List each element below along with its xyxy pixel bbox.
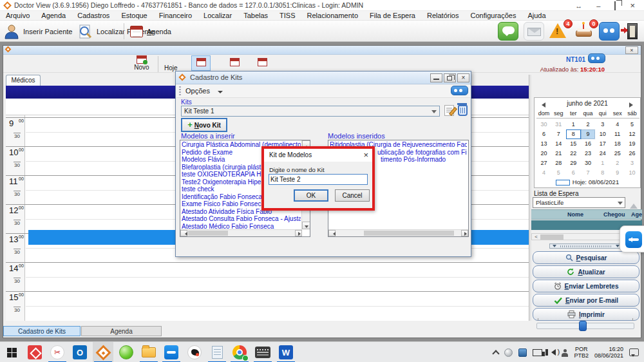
kits-minimize-button[interactable] (430, 73, 442, 82)
exit-button[interactable] (621, 22, 641, 41)
calendar-day[interactable]: 4 (610, 120, 625, 129)
calendar-day[interactable]: 6 (536, 129, 551, 139)
mail-button[interactable] (524, 22, 544, 41)
minimize-button[interactable]: – (596, 2, 600, 10)
calendar-day[interactable]: 4 (536, 168, 551, 178)
restore-button[interactable] (614, 2, 616, 10)
novo-kit-button[interactable]: +Novo Kit (182, 119, 227, 131)
calendar-day[interactable]: 24 (595, 149, 610, 158)
tab-agenda[interactable]: Agenda (81, 326, 162, 336)
calendar-next-icon[interactable] (629, 102, 636, 108)
agenda-window-close-button[interactable]: × (625, 46, 638, 54)
language-indicator[interactable]: PORPTB2 (574, 346, 589, 359)
col-chegou[interactable]: Chegou (603, 211, 625, 218)
atualizar-button[interactable]: Atualizar (533, 265, 639, 278)
calendar-day[interactable]: 9 (581, 129, 596, 139)
kits-close-button[interactable]: × (457, 73, 469, 82)
calendar-day[interactable]: 5 (625, 120, 639, 129)
week-view-button[interactable] (230, 58, 240, 66)
calendar-day[interactable]: 2 (581, 120, 596, 129)
calendar-day[interactable]: 20 (536, 149, 551, 158)
calendar-day[interactable]: 11 (610, 129, 625, 139)
calendar-day[interactable]: 7 (581, 168, 596, 178)
taskbar-explorer[interactable] (138, 342, 159, 362)
network-icon[interactable] (533, 349, 542, 356)
calendar-day[interactable]: 19 (625, 139, 639, 149)
enviar-email-button[interactable]: Enviar por E-mail (533, 294, 639, 307)
calendar-prev-icon[interactable] (539, 102, 545, 108)
enviar-lembretes-button[interactable]: Enviar Lembretes (533, 280, 639, 292)
calendar-day[interactable]: 12 (625, 129, 639, 139)
collapse-up-icon[interactable] (630, 200, 638, 209)
scroll-thumb[interactable] (540, 234, 564, 240)
scroll-left-button[interactable] (180, 230, 187, 236)
calendar-day[interactable]: 8 (566, 129, 581, 139)
calendar-day[interactable]: 31 (551, 120, 566, 129)
agenda-button[interactable]: Agenda (130, 23, 171, 40)
taskbar-bird-app[interactable] (184, 342, 205, 362)
calendar-day[interactable]: 7 (551, 129, 566, 139)
kit-name-input[interactable] (269, 174, 368, 185)
opcoes-menu[interactable]: Opções (185, 87, 210, 95)
kit-select[interactable]: Kit Teste 1 (181, 106, 440, 117)
calendar-day[interactable]: 28 (551, 158, 566, 168)
delete-kit-icon[interactable] (458, 105, 468, 116)
schedule-hour-slot[interactable]: 14 00 30 (6, 262, 529, 291)
scroll-left-icon[interactable]: < (533, 234, 540, 240)
calendar-day[interactable]: 3 (625, 158, 639, 168)
calendar-day[interactable]: 3 (595, 120, 610, 129)
waiting-list-select[interactable]: PlasticLife (533, 197, 625, 208)
calendar-day[interactable]: 21 (551, 149, 566, 158)
insert-patient-button[interactable]: Inserir Paciente (4, 23, 72, 40)
alerts-button[interactable]: 4 (548, 22, 569, 41)
calendar-today-row[interactable]: Hoje: 08/06/2021 (535, 178, 640, 186)
menu-item[interactable]: TISS (274, 12, 301, 19)
calendar-day[interactable]: 26 (625, 149, 639, 158)
calendar-day[interactable]: 8 (595, 168, 610, 178)
list-hscrollbar[interactable] (328, 229, 468, 236)
scroll-down-button[interactable] (302, 222, 310, 229)
menu-item[interactable]: Estoque (115, 12, 153, 19)
calendar-day[interactable]: 10 (595, 129, 610, 139)
imprimir-button[interactable]: Imprimir (533, 308, 639, 321)
scroll-thumb[interactable] (364, 231, 454, 236)
modelo-item[interactable]: Atestado Médico Fabio Fonseca (182, 223, 301, 230)
scroll-right-button[interactable] (461, 230, 468, 236)
taskbar-remote-app[interactable] (24, 342, 45, 362)
tab-medicos[interactable]: Médicos (6, 75, 41, 86)
month-view-button[interactable] (258, 58, 267, 66)
menu-item[interactable]: Arquivo (0, 12, 35, 19)
calendar-day[interactable]: 25 (610, 149, 625, 158)
scroll-left-button[interactable] (328, 230, 336, 236)
speaker-icon[interactable] (548, 349, 556, 356)
taskbar-chrome[interactable] (229, 342, 250, 362)
calendar-day[interactable]: 17 (595, 139, 610, 149)
tray-person-icon[interactable] (562, 353, 568, 357)
calendar-day[interactable]: 14 (551, 139, 566, 149)
tab-cadastro-de-kits[interactable]: Cadastro de Kits (3, 326, 80, 336)
teamviewer-widget[interactable] (620, 225, 644, 252)
kit-modal-close-button[interactable]: × (363, 150, 368, 160)
tray-expand-icon[interactable] (493, 350, 500, 357)
menu-item[interactable]: Relacionamento (301, 12, 365, 19)
menu-item[interactable]: Relatórios (421, 12, 465, 19)
contacts-chat-button[interactable] (599, 22, 620, 41)
panel-collapse-splitter[interactable] (549, 243, 623, 249)
taskbar-teamviewer[interactable] (161, 342, 182, 362)
calendar-day[interactable]: 30 (581, 158, 596, 168)
calendar-day[interactable]: 5 (551, 168, 566, 178)
novo-button[interactable]: Novo (127, 55, 156, 71)
scroll-right-button[interactable] (295, 230, 302, 236)
menu-item[interactable]: Financeiro (153, 12, 198, 19)
dialog-chat-icon[interactable] (451, 86, 468, 95)
taskbar-notepad[interactable] (207, 342, 227, 362)
close-button[interactable]: × (630, 1, 635, 10)
calendar-day[interactable]: 29 (566, 158, 581, 168)
list-hscrollbar[interactable] (180, 229, 302, 236)
calendar-day[interactable]: 13 (536, 139, 551, 149)
start-button[interactable] (1, 342, 22, 362)
kits-restore-button[interactable] (444, 73, 456, 82)
resize-icon[interactable]: ↔ (575, 2, 582, 10)
menu-item[interactable]: Cadastros (71, 12, 115, 19)
clock[interactable]: 16:2008/06/2021 (594, 346, 623, 359)
